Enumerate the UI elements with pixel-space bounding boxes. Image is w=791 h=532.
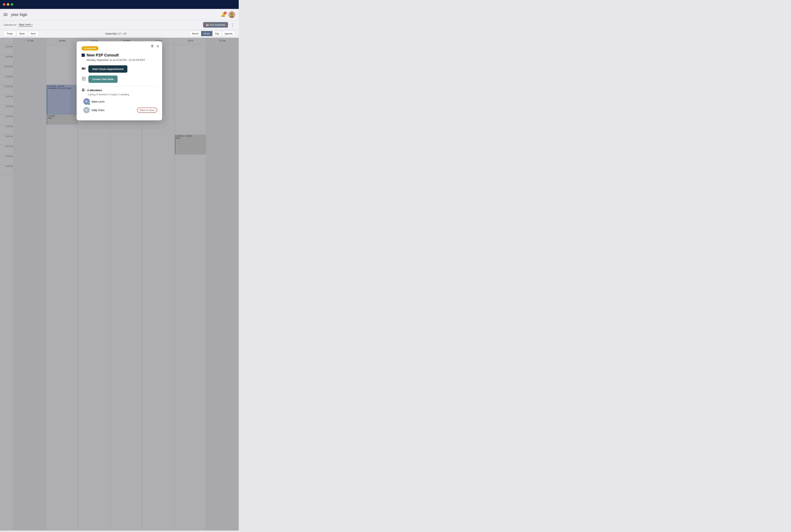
toolbar-right: 📅 Edit availability ⋮ [203, 22, 235, 27]
agenda-view-button[interactable]: Agenda [222, 31, 235, 36]
avatar[interactable] [228, 11, 235, 18]
start-zoom-button[interactable]: Start Zoom Appointment [88, 65, 127, 73]
app-header: your logo 🔔 2 [0, 9, 239, 20]
edit-availability-button[interactable]: 📅 Edit availability [203, 22, 228, 27]
note-icon [81, 77, 86, 81]
month-view-button[interactable]: Month [189, 31, 201, 36]
modal-datetime: Monday, September 11 at 12:00 PM - 12:15… [87, 59, 157, 61]
status-badge: Scheduled [81, 46, 98, 51]
navbar: Today Back Next September 17 – 23 Month … [0, 30, 239, 38]
notification-badge: 2 [224, 12, 227, 15]
video-icon [81, 67, 86, 71]
menu-icon[interactable] [3, 13, 7, 16]
today-button[interactable]: Today [3, 31, 16, 36]
week-view-button[interactable]: Week [201, 31, 213, 36]
calendar-user-name: Maia Levin [19, 23, 31, 26]
attendee-avatar-sc: SC [84, 107, 90, 113]
view-buttons: Month Week Day Agenda [189, 31, 235, 36]
svg-point-10 [84, 89, 85, 90]
attendees-section: 2 attendees 1 going, 0 declined, 0 maybe… [81, 88, 157, 113]
calendar-edit-icon: 📅 [206, 23, 209, 26]
attendee-check-ml: ✓ [88, 102, 90, 105]
svg-point-1 [231, 13, 233, 15]
back-button[interactable]: Back [17, 31, 28, 36]
toolbar: Calendar for: Maia Levin ▾ 📅 Edit availa… [0, 20, 239, 30]
header-right: 🔔 2 [221, 11, 235, 18]
back-next-group: Back Next [17, 31, 39, 36]
visit-note-action-row: Create Visit Note [81, 76, 157, 83]
attendees-sub: 1 going, 0 declined, 0 maybe, 1 awaiting [88, 93, 157, 96]
event-color-indicator [81, 54, 85, 57]
notification-bell[interactable]: 🔔 2 [221, 12, 225, 17]
attendees-count: 2 attendees [87, 89, 102, 92]
attendee-row-sally: SC Sally Chen Mark no show [84, 107, 157, 113]
modal-title: New P2P Consult [87, 53, 119, 57]
zoom-action-row: Start Zoom Appointment [81, 65, 157, 73]
calendar-for-label: Calendar for: [3, 23, 17, 26]
modal-divider [81, 86, 157, 86]
mark-no-show-button[interactable]: Mark no show [137, 108, 157, 113]
chevron-down-icon: ▾ [32, 23, 33, 26]
delete-event-button[interactable]: 🗑 [151, 44, 154, 48]
close-btn[interactable] [3, 3, 5, 6]
svg-point-9 [82, 90, 84, 91]
create-visit-note-button[interactable]: Create Visit Note [88, 76, 117, 83]
svg-point-11 [84, 90, 86, 91]
close-modal-button[interactable]: ✕ [156, 44, 159, 49]
titlebar [0, 0, 239, 9]
attendees-icon [81, 88, 86, 92]
modal-title-row: New P2P Consult [81, 53, 157, 57]
attendee-name-ml: Maia Levin [92, 100, 157, 103]
event-modal: 🗑 ✕ Scheduled New P2P Consult Monday, Se… [77, 41, 162, 120]
app-logo: your logo [11, 12, 221, 17]
maximize-btn[interactable] [11, 3, 13, 6]
attendee-avatar-ml: ML ✓ [84, 98, 90, 105]
svg-rect-3 [82, 68, 84, 70]
next-button[interactable]: Next [28, 31, 39, 36]
minimize-btn[interactable] [7, 3, 9, 6]
more-options-button[interactable]: ⋮ [230, 23, 235, 27]
svg-point-8 [82, 89, 84, 90]
attendee-name-sc: Sally Chen [92, 109, 135, 112]
calendar-container: 8:00 AM 9:00 AM 10:00 AM 11:00 AM 12:00 … [0, 38, 239, 531]
calendar-user-select[interactable]: Maia Levin ▾ [19, 23, 33, 27]
attendee-row-maia: ML ✓ Maia Levin [84, 98, 157, 105]
modal-overlay: 🗑 ✕ Scheduled New P2P Consult Monday, Se… [0, 38, 239, 531]
attendee-initials-ml: ML [85, 100, 88, 103]
attendee-initials-sc: SC [85, 109, 88, 111]
date-range: September 17 – 23 [42, 32, 189, 35]
day-view-button[interactable]: Day [213, 31, 222, 36]
attendees-header-row: 2 attendees [81, 88, 157, 92]
